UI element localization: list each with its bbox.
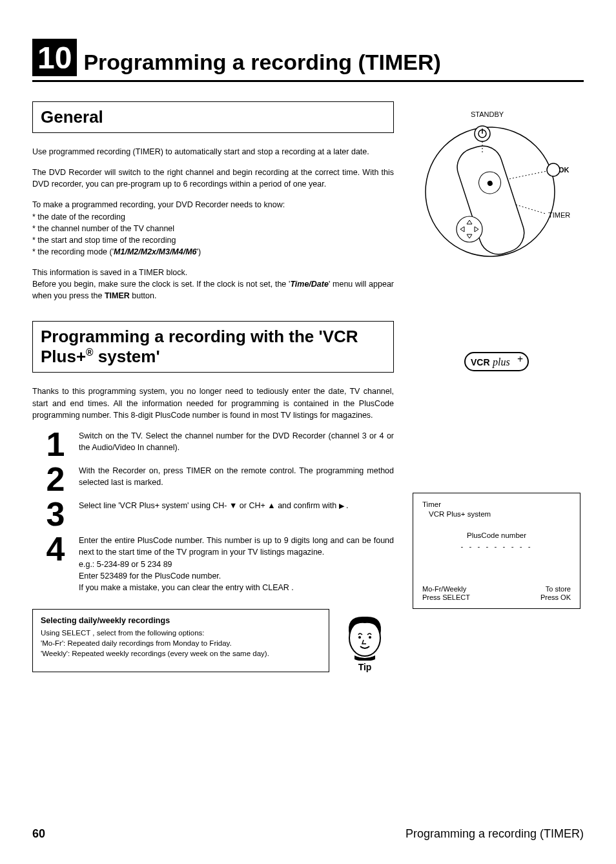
onscreen-footer-left: Mo-Fr/Weekly Press SELECT [422, 585, 470, 602]
step-number-2: 2 [32, 465, 79, 493]
general-bullet-2: * the channel number of the TV channel [32, 223, 394, 234]
vcrplus-logo: VCR plus + [464, 349, 529, 376]
svg-text:VCR: VCR [471, 357, 490, 367]
page-footer: 60 Programming a recording (TIMER) [32, 827, 584, 841]
tip-line1-prefix: Using [41, 629, 62, 637]
steps-list: 1 Switch on the TV. Select the channel n… [32, 430, 394, 593]
general-bullet-3: * the start and stop time of the recordi… [32, 234, 394, 246]
bullet4-modes: M1/M2/M2x/M3/M4/M6 [114, 247, 197, 256]
section-heading-general: General [41, 107, 385, 127]
svg-line-13 [516, 205, 546, 214]
svg-point-9 [547, 163, 560, 176]
general-p3b-button: TIMER [105, 291, 130, 300]
vcrplus-heading-line2b: system' [94, 347, 160, 366]
svg-point-2 [369, 636, 371, 639]
onscreen-footer-right: To store Press OK [540, 585, 571, 602]
onscreen-title: Timer [422, 500, 571, 509]
chevron-up-icon [267, 501, 275, 510]
page-footer-title: Programming a recording (TIMER) [406, 827, 584, 841]
general-p3a: This information is saved in a TIMER blo… [32, 268, 187, 277]
general-p3b-suffix: button. [130, 291, 157, 300]
left-column: General Use programmed recording (TIMER)… [32, 101, 394, 672]
step-number-1: 1 [32, 430, 79, 458]
registered-icon: ® [86, 347, 94, 358]
onscreen-footer-left-2: Press SELECT [422, 593, 470, 601]
step4-p2: Enter 523489 for the PlusCode number. [79, 571, 221, 581]
section-heading-box-vcrplus: Programming a recording with the 'VCR Pl… [32, 321, 394, 373]
tip-badge: Tip [358, 662, 372, 672]
vcrplus-intro: Thanks to this programming system, you n… [32, 386, 394, 420]
step-number-3: 3 [32, 500, 79, 528]
tip-line1-suffix: , select from the following options: [90, 629, 204, 637]
remote-control-diagram: STANDBY OK TIMER [413, 108, 580, 265]
onscreen-footer: Mo-Fr/Weekly Press SELECT To store Press… [422, 585, 571, 602]
vcrplus-heading-line2a: Plus+ [41, 347, 86, 366]
onscreen-field-label: PlusCode number [422, 531, 571, 540]
step-3-text: Select line 'VCR Plus+ system' using CH-… [79, 500, 349, 511]
tip-line2-text: : Repeated daily recordings from Monday … [63, 639, 232, 647]
tip-title: Selecting daily/weekly recordings [41, 616, 321, 625]
bullet4-suffix: ') [197, 247, 201, 256]
step3-item: VCR Plus+ system [120, 501, 188, 510]
section-heading-box-general: General [32, 101, 394, 133]
general-list: To make a programmed recording, your DVD… [32, 199, 394, 258]
svg-line-10 [509, 171, 547, 179]
step-number-4: 4 [32, 535, 79, 563]
chevron-down-icon [229, 501, 237, 510]
step3-btn-down: CH- [212, 501, 227, 510]
chapter-header: 10 Programming a recording (TIMER) [32, 39, 584, 76]
svg-rect-4 [452, 141, 529, 259]
section-heading-vcrplus: Programming a recording with the 'VCR Pl… [41, 327, 385, 367]
tip-row: Selecting daily/weekly recordings Using … [32, 609, 394, 672]
step4-p3-button: CLEAR [262, 583, 289, 592]
tip-box: Selecting daily/weekly recordings Using … [32, 609, 329, 672]
onscreen-subtitle: VCR Plus+ system [429, 509, 571, 519]
svg-point-1 [358, 636, 361, 639]
step4-eg: e.g.: 5-234-89 or 5 234 89 [79, 560, 172, 569]
general-paragraph-1: Use programmed recording (TIMER) to auto… [32, 146, 394, 158]
play-right-icon [339, 501, 344, 510]
general-bullet-1: * the date of the recording [32, 211, 394, 223]
step3-btn-up: CH+ [249, 501, 265, 510]
svg-text:+: + [517, 354, 523, 365]
onscreen-footer-left-1: Mo-Fr/Weekly [422, 585, 466, 593]
onscreen-field-value: - - - - - - - - - [422, 542, 571, 551]
step-2-text: With the Recorder on, press TIMER on the… [79, 465, 394, 488]
step-3: 3 Select line 'VCR Plus+ system' using C… [32, 500, 394, 528]
general-paragraph-3: This information is saved in a TIMER blo… [32, 267, 394, 302]
tip-line2-label: Mo-Fr [42, 639, 62, 647]
general-bullet-4: * the recording mode ('M1/M2/M2x/M3/M4/M… [32, 246, 394, 258]
step-1: 1 Switch on the TV. Select the channel n… [32, 430, 394, 458]
step3-mid2: and confirm with [276, 501, 339, 510]
person-face-icon [339, 609, 391, 661]
general-paragraph-2: The DVD Recorder will switch to the righ… [32, 167, 394, 190]
page-number: 60 [32, 827, 45, 841]
step2-button: TIMER [186, 466, 211, 475]
step3-prefix: Select line ' [79, 501, 120, 510]
step2-prefix: With the Recorder on, press [79, 466, 186, 475]
step3-end: . [344, 501, 349, 510]
step4-p3-prefix: If you make a mistake, you can clear the… [79, 583, 262, 592]
tip-line3-label: Weekly [42, 650, 67, 657]
chapter-number-box: 10 [32, 39, 77, 76]
svg-text:plus: plus [492, 356, 510, 368]
chapter-rule [32, 80, 584, 82]
general-p3b-prefix: Before you begin, make sure the clock is… [32, 280, 290, 289]
bullet4-prefix: * the recording mode (' [32, 247, 114, 256]
step-2: 2 With the Recorder on, press TIMER on t… [32, 465, 394, 493]
tip-text: Using SELECT , select from the following… [41, 628, 321, 659]
onscreen-footer-right-1: To store [546, 585, 571, 593]
step3-mid1: ' using [187, 501, 212, 510]
step4-p3-suffix: . [289, 583, 294, 592]
step-4-text: Enter the entire PlusCode number. This n… [79, 535, 394, 593]
tip-line3-text: : Repeated weekly recordings (every week… [68, 650, 269, 657]
general-p3b-menu: Time/Date [290, 280, 329, 289]
standby-label: STANDBY [471, 110, 504, 118]
step4-p1: Enter the entire PlusCode number. This n… [79, 536, 394, 557]
step-4: 4 Enter the entire PlusCode number. This… [32, 535, 394, 593]
right-column: STANDBY OK TIMER [409, 101, 584, 672]
tip-line1-button: SELECT [62, 629, 91, 637]
onscreen-menu-box: Timer VCR Plus+ system PlusCode number -… [413, 493, 580, 609]
tip-illustration: Tip [336, 609, 394, 672]
general-list-lead: To make a programmed recording, your DVD… [32, 199, 394, 211]
